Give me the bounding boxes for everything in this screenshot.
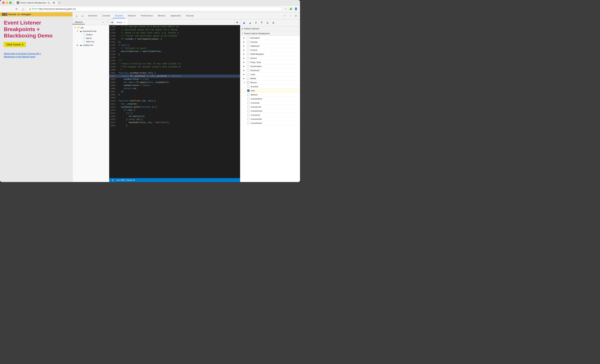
tab-application[interactable]: Application [168, 13, 183, 18]
bp-checkbox-click[interactable]: ✓ [247, 90, 250, 92]
bp-category-drag-drop[interactable]: ▶ Drag / drop [240, 60, 300, 64]
bp-checkbox-load[interactable] [247, 73, 249, 75]
bp-checkbox-animation[interactable] [247, 37, 249, 39]
devtools-link[interactable]: What's New In DevTools (Chrome 66) > [4, 52, 68, 55]
bp-category-device[interactable]: ▶ Device [240, 56, 300, 60]
bp-category-load[interactable]: ▶ Load [240, 73, 300, 76]
url-bar[interactable]: 🔒 Secure https://framework-blackboxing.g… [27, 7, 282, 11]
bp-category-canvas[interactable]: ▶ Canvas [240, 40, 300, 44]
bp-checkbox-auxclick[interactable] [247, 85, 250, 88]
extensions-icon[interactable]: 🧩 [289, 7, 293, 11]
devtools-close-button[interactable]: ✕ [293, 13, 299, 18]
bp-item-mouseout[interactable]: mouseout [240, 113, 300, 117]
bp-item-mouseup[interactable]: mouseup [240, 101, 300, 105]
bp-checkbox-mouseup[interactable] [247, 102, 250, 104]
tab-elements[interactable]: Elements [86, 13, 100, 18]
deactivate-breakpoints-button[interactable]: ⊘ [265, 20, 270, 25]
bp-checkbox-dom-mutation[interactable] [247, 53, 249, 55]
bp-checkbox-mouseenter[interactable] [247, 118, 250, 120]
tree-stylecss[interactable]: 📄 style.css [73, 40, 109, 43]
bp-checkbox-mousemove[interactable] [247, 110, 250, 112]
tree-framework[interactable]: ▼ ☁ framework-bla [73, 29, 109, 33]
bp-item-auxclick[interactable]: auxclick [240, 85, 300, 89]
bp-checkbox-device[interactable] [247, 57, 249, 59]
editor-tab-close-btn[interactable]: ✕ [123, 21, 126, 24]
bp-item-mousemove[interactable]: mousemove [240, 109, 300, 113]
reload-button[interactable]: ↻ [14, 7, 19, 11]
code-line-1806: 1806 return res [109, 87, 240, 90]
forward-button[interactable]: → [8, 7, 13, 11]
bp-category-animation[interactable]: ▶ Animation [240, 36, 300, 40]
editor-back-btn[interactable]: ◀ [109, 19, 115, 25]
tree-appjs[interactable]: 📄 app.js [73, 36, 109, 40]
tree-index[interactable]: 📄 (index) [73, 33, 109, 36]
bp-checkbox-mousedown[interactable] [247, 98, 250, 100]
code-content[interactable]: 1786 // it can get stuck in a weird stat… [109, 25, 240, 178]
bp-checkbox-canvas[interactable] [247, 41, 249, 43]
tab-network[interactable]: Network [126, 13, 138, 18]
editor-tab-vuejs[interactable]: vue.js ✕ [115, 19, 128, 25]
bp-category-dom-mutation[interactable]: ▶ DOM Mutation [240, 52, 300, 56]
network-tab[interactable]: Network [73, 20, 85, 24]
sources-more-button[interactable]: » [101, 20, 105, 24]
global-listeners-header[interactable]: ▶ Global Listeners [240, 26, 300, 31]
tree-unpkg[interactable]: ▶ ☁ unpkg.com [73, 43, 109, 47]
tab-memory[interactable]: Memory [156, 13, 168, 18]
step-out-button[interactable] [259, 20, 264, 25]
tab-security[interactable]: Security [184, 13, 196, 18]
step-into-button[interactable] [253, 20, 258, 25]
tab-close-button[interactable]: ✕ [53, 1, 55, 4]
bp-checkbox-mouseleave[interactable] [247, 122, 250, 124]
back-button[interactable]: ← [2, 7, 7, 11]
home-button[interactable]: △ [20, 7, 25, 11]
bp-item-dblclick[interactable]: dblclick [240, 93, 300, 97]
bp-category-clipboard[interactable]: ▶ Clipboard [240, 44, 300, 48]
bp-item-mouseenter[interactable]: mouseenter [240, 117, 300, 121]
bp-category-geolocation[interactable]: ▶ Geolocation [240, 64, 300, 68]
bp-item-mouseover[interactable]: mouseover [240, 105, 300, 109]
bp-checkbox-media[interactable] [247, 77, 249, 80]
sources-left-panel: Network » ⋮ ▼ 📁 top ▼ [73, 19, 109, 182]
minimize-button[interactable] [6, 1, 8, 4]
tab-sources[interactable]: Sources [113, 13, 125, 18]
click-count-badge[interactable]: Click Count: 3 [4, 42, 26, 47]
bp-checkbox-mouseover[interactable] [247, 106, 250, 108]
event-listener-header[interactable]: ▼ Event Listener Breakpoints [240, 31, 300, 36]
account-icon[interactable]: 👤 [294, 7, 298, 11]
bp-checkbox-geolocation[interactable] [247, 65, 249, 67]
step-over-button[interactable] [248, 20, 253, 25]
bookmark-icon[interactable]: ☆ [284, 7, 288, 11]
bp-item-mousedown[interactable]: mousedown [240, 97, 300, 101]
more-tabs-button[interactable]: » [282, 13, 288, 18]
bp-checkbox-control[interactable] [247, 49, 249, 51]
bp-checkbox-mouseout[interactable] [247, 114, 250, 116]
devtools-more-button[interactable]: ⋮ [288, 13, 293, 18]
device-toolbar-button[interactable]: ▭ [80, 13, 85, 18]
bp-category-keyboard[interactable]: ▶ Keyboard [240, 68, 300, 73]
bp-category-control[interactable]: ▶ Control [240, 48, 300, 52]
tree-top[interactable]: ▼ 📁 top [73, 26, 109, 29]
bp-checkbox-dblclick[interactable] [247, 93, 250, 96]
bp-checkbox-mouse[interactable] [247, 81, 249, 84]
bp-checkbox-clipboard[interactable] [247, 45, 249, 47]
bp-item-mouseleave[interactable]: mouseleave [240, 121, 300, 125]
bp-category-media[interactable]: ▶ Media [240, 76, 300, 81]
bp-item-click[interactable]: ✓ click [240, 89, 300, 93]
tab-performance[interactable]: Performance [138, 13, 155, 18]
new-tab-button[interactable]: + [57, 0, 62, 5]
pretty-print-status-btn[interactable]: {} [111, 178, 115, 182]
bp-checkbox-keyboard[interactable] [247, 69, 249, 72]
tab-console[interactable]: Console [100, 13, 112, 18]
inspect-element-button[interactable]: △ [74, 13, 79, 18]
sources-menu-button[interactable]: ⋮ [105, 19, 109, 25]
bp-category-mouse[interactable]: ▼ Mouse [240, 81, 300, 85]
pause-on-exceptions-button[interactable]: ⏸ [271, 20, 276, 25]
active-tab[interactable]: Event Listener Breakpoints + E... ✕ [15, 0, 57, 5]
bp-checkbox-drag-drop[interactable] [247, 61, 249, 63]
close-button[interactable] [2, 1, 5, 4]
code-line-1802: 1802 return fn._withTask || (fn._withTas… [109, 75, 240, 78]
editor-pretty-print-btn[interactable]: ▶ [235, 19, 240, 25]
blackboxing-link[interactable]: Blackboxing in the Network panel [4, 55, 68, 58]
resume-button[interactable]: ▶ [242, 20, 247, 25]
maximize-button[interactable] [9, 1, 12, 4]
